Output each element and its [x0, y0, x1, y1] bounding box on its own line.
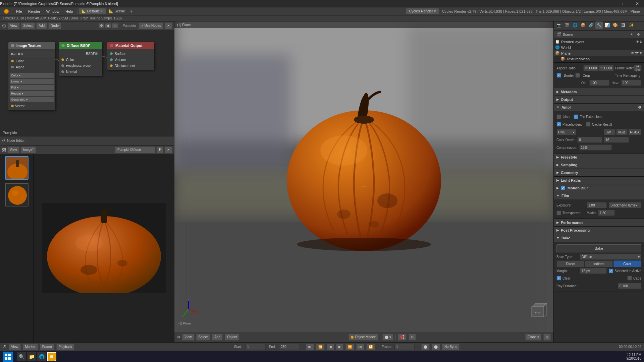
vp-pivot-selector[interactable]: ⬤ ▾	[382, 334, 393, 341]
object-props-icon[interactable]: 📦	[579, 21, 587, 29]
sampling-header[interactable]: ▶ Sampling	[554, 161, 644, 169]
tl-marker-menu[interactable]: Marker	[23, 344, 38, 350]
image-filename[interactable]: PumpkinDiffuse	[115, 146, 155, 153]
format-field[interactable]: PNG ▾	[556, 129, 576, 135]
color-depth-16-field[interactable]: 16	[604, 137, 629, 143]
aspect-y-field[interactable]: Y: 1.000	[599, 65, 614, 71]
menu-blender[interactable]	[1, 8, 13, 14]
tl-playback-menu[interactable]: Playback	[56, 344, 75, 350]
scene-tree-textured-mesh[interactable]: 📦 TexturedMesh	[559, 56, 644, 62]
flat-dropdown[interactable]: Flat ▾	[10, 85, 54, 90]
bake-header[interactable]: ▼ Bake	[554, 234, 644, 242]
vp-snap-btn[interactable]: 🧲	[398, 334, 407, 341]
scene-tree-render-layers[interactable]: 📋 RenderLayers 👁 ⚙	[554, 39, 644, 45]
world-props-icon[interactable]: 🌐	[571, 21, 579, 29]
texture-props-icon[interactable]: 🖼	[620, 21, 627, 29]
generated-dropdown[interactable]: Generated ▾	[10, 97, 54, 102]
plane-settings-icon[interactable]: ⚙	[640, 51, 643, 55]
metadata-header[interactable]: ▶ Metadata	[554, 88, 644, 96]
scene-tree-world[interactable]: 🌐 World	[554, 45, 644, 50]
selected-to-active-checkbox[interactable]	[609, 268, 613, 273]
light-paths-header[interactable]: ▶ Light Paths	[554, 177, 644, 184]
particles-props-icon[interactable]: ✨	[628, 21, 635, 29]
thumbnail-2[interactable]	[5, 183, 29, 206]
performance-header[interactable]: ▶ Performance	[554, 219, 644, 226]
transparent-checkbox[interactable]	[556, 210, 561, 215]
nav-cube[interactable]: Front	[530, 302, 547, 318]
object-mode-selector[interactable]: Object Mode ▾	[348, 334, 378, 341]
workspace-tab-default[interactable]: 📐 Default ✕	[79, 8, 106, 14]
thumbnail-1[interactable]	[5, 156, 29, 180]
plane-vis-icon[interactable]: 👁	[631, 51, 634, 55]
geometry-header[interactable]: ▶ Geometry	[554, 169, 644, 176]
rgb-field[interactable]: RGB	[616, 129, 628, 135]
material-props-icon[interactable]: 🎨	[611, 21, 619, 29]
node-canvas[interactable]: Image Texture Pum F ✕ Color Alpha	[0, 30, 174, 136]
vp-global-selector[interactable]: Global ▾	[525, 334, 541, 341]
vp-add-menu[interactable]: Add	[212, 334, 223, 341]
vp-object-menu[interactable]: Object	[225, 334, 239, 341]
vp-proportional-btn[interactable]: ⊙	[409, 334, 416, 341]
compression-field[interactable]: 15%	[579, 144, 612, 150]
minimize-button[interactable]: ─	[604, 0, 617, 7]
ampl-header[interactable]: ▼ Ampl ⚙	[554, 104, 644, 111]
scene-props-icon[interactable]: 🎬	[563, 21, 571, 29]
add-scene-btn[interactable]: +	[629, 32, 635, 38]
ray-distance-field[interactable]: 0.100	[618, 283, 641, 289]
constraint-props-icon[interactable]: 🔗	[587, 21, 595, 29]
image-image-menu[interactable]: Image*	[21, 146, 36, 153]
node-view-menu[interactable]: View	[8, 22, 20, 29]
image-texture-node[interactable]: Image Texture Pum F ✕ Color Alpha	[8, 42, 55, 110]
tl-loop-btn[interactable]: 🔁	[366, 344, 375, 350]
motion-blur-checkbox[interactable]	[561, 186, 566, 190]
render-props-icon[interactable]: 📷	[555, 21, 562, 29]
material-output-node[interactable]: Material Output Surface Volume	[107, 42, 154, 70]
filter-field[interactable]: Blackman-Harris ▾	[609, 202, 641, 208]
tl-frame-menu[interactable]: Frame	[40, 344, 54, 350]
margin-field[interactable]: 16 px	[580, 268, 607, 274]
render-layers-settings-icon[interactable]: ⚙	[640, 40, 643, 44]
image-pin-btn[interactable]: F	[157, 146, 163, 153]
rgba-field[interactable]: RGBA	[628, 129, 641, 135]
crop-checkbox[interactable]	[575, 73, 580, 78]
menu-help[interactable]: Help	[63, 9, 76, 14]
taskbar-blender[interactable]	[47, 352, 56, 361]
repeat-dropdown[interactable]: Repeat ▾	[10, 91, 54, 96]
file-ext-checkbox[interactable]	[574, 114, 578, 119]
border-checkbox[interactable]	[556, 73, 561, 78]
end-field[interactable]: 250	[279, 344, 299, 350]
close-button[interactable]: ✕	[631, 0, 644, 7]
bake-type-field[interactable]: Diffuse ▾	[580, 254, 641, 260]
taskbar-search[interactable]: 🔍	[17, 352, 26, 361]
image-view-menu[interactable]: View	[7, 146, 19, 153]
width-field[interactable]: 1.50	[598, 210, 615, 216]
cache-result-checkbox[interactable]	[586, 122, 591, 127]
overwrite-checkbox[interactable]	[556, 114, 561, 119]
node-node-menu[interactable]: Node	[48, 22, 61, 29]
viewport[interactable]: (1) Plane	[174, 21, 553, 342]
tl-keying-btn[interactable]: ⬤	[421, 344, 430, 350]
viewport-canvas[interactable]: X Y Z (1) Plane Front	[174, 21, 553, 332]
color-btn[interactable]: Color	[613, 260, 641, 267]
frame-rate-field[interactable]: 24 fps	[634, 65, 642, 71]
tl-prev-frame-btn[interactable]: ⏪	[316, 344, 325, 350]
color-dropdown[interactable]: Color ▾	[10, 73, 54, 78]
menu-window[interactable]: Window	[44, 9, 62, 14]
modifier-props-icon[interactable]: 🔧	[595, 21, 603, 29]
tl-go-end-btn[interactable]: ⏭	[356, 344, 364, 350]
linear-dropdown[interactable]: Linear ▾	[10, 79, 54, 84]
tl-play-reverse-btn[interactable]: ◀	[327, 344, 334, 350]
tl-sync-menu[interactable]: No Sync	[442, 344, 460, 350]
node-select-menu[interactable]: Select	[21, 22, 35, 29]
film-header[interactable]: ▼ Film	[554, 192, 644, 199]
taskbar-browser[interactable]: 🌐	[37, 352, 46, 361]
vp-view-menu[interactable]: View	[182, 334, 194, 341]
vp-select-menu[interactable]: Select	[196, 334, 210, 341]
render-layers-vis-icon[interactable]: 👁	[636, 40, 639, 44]
tl-next-frame-btn[interactable]: ⏩	[345, 344, 354, 350]
tl-keying2-btn[interactable]: ⬤	[432, 344, 440, 350]
bw-field[interactable]: BW	[604, 129, 615, 135]
menu-file[interactable]: File	[13, 9, 25, 14]
tl-go-start-btn[interactable]: ⏮	[306, 344, 314, 350]
aspect-x-field[interactable]: X: 1.000	[583, 65, 599, 71]
